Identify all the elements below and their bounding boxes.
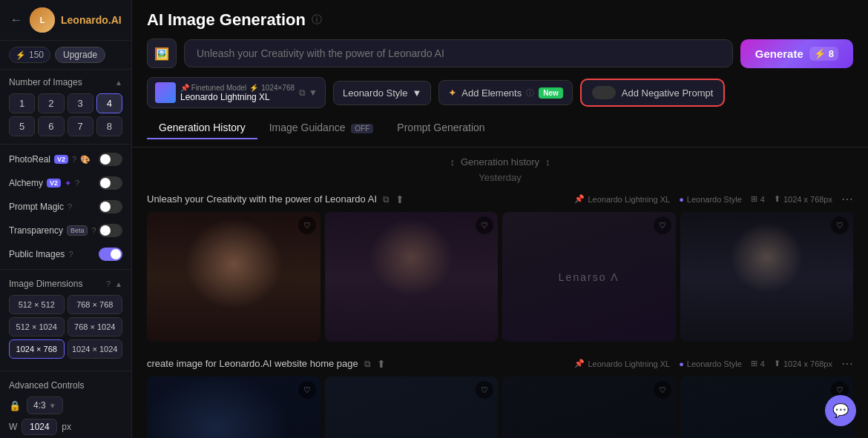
alchemy-info-icon[interactable]: ? (75, 179, 79, 188)
alchemy-toggle[interactable] (99, 176, 122, 190)
upgrade-button[interactable]: Upgrade (55, 47, 105, 63)
prompt-magic-info-icon[interactable]: ? (68, 202, 72, 211)
photoreal-row: PhotoReal V2 ? 🎨 (0, 147, 131, 171)
num-btn-3[interactable]: 3 (68, 93, 93, 113)
image-card-1-3[interactable]: ♡ (502, 212, 676, 342)
fav-btn-2-2[interactable]: ♡ (476, 381, 493, 399)
use-prompt-icon-2[interactable]: ⬆ (377, 358, 386, 370)
photoreal-label: PhotoReal V2 ? 🎨 (9, 154, 91, 165)
brand-name: Leonardo.AI (61, 14, 122, 26)
dim-768x1024[interactable]: 768 × 1024 (68, 317, 123, 336)
generate-button[interactable]: Generate ⚡ 8 (740, 39, 853, 68)
num-btn-5[interactable]: 5 (9, 116, 35, 136)
dim-768x768[interactable]: 768 × 768 (68, 295, 123, 314)
dim-title: Image Dimensions ? ▲ (9, 279, 122, 289)
image-placeholder-2-1 (147, 376, 320, 438)
chat-bubble-button[interactable]: 💬 (825, 395, 856, 426)
gen-count-1: ⊞ 4 (751, 194, 765, 204)
generation-history-label: Generation history (461, 156, 539, 167)
upgrade-row: ⚡ 150 Upgrade (0, 41, 131, 70)
photoreal-info-icon[interactable]: ? (72, 155, 76, 164)
fav-btn-2-1[interactable]: ♡ (298, 381, 316, 399)
dim-512x512[interactable]: 512 × 512 (9, 295, 65, 314)
image-card-2-3[interactable]: ♡ (502, 376, 676, 438)
image-placeholder-1-2 (325, 212, 499, 342)
model-icon-1: 📌 (574, 194, 585, 204)
prompt-magic-toggle[interactable] (99, 200, 122, 213)
image-placeholder-1-3 (502, 212, 676, 342)
public-images-info-icon[interactable]: ? (68, 250, 73, 259)
num-btn-2[interactable]: 2 (38, 93, 64, 113)
ratio-selector[interactable]: 4:3 ▼ (27, 396, 63, 414)
dim-512x1024[interactable]: 512 × 1024 (9, 317, 65, 336)
prompt-magic-row: Prompt Magic ? (0, 195, 131, 219)
token-count: 150 (29, 50, 44, 60)
advanced-title: Advanced Controls (9, 380, 122, 391)
page-help-icon[interactable]: ⓘ (312, 13, 322, 27)
prompt-row: 🖼️ Generate ⚡ 8 (147, 39, 853, 68)
image-placeholder-1-1 (147, 212, 320, 342)
model-actions: ⧉ ▼ (299, 87, 318, 98)
fav-btn-1-2[interactable]: ♡ (476, 216, 493, 234)
transparency-row: Transparency Beta ? (0, 219, 131, 242)
back-button[interactable]: ← (9, 13, 24, 27)
dim-info-icon[interactable]: ? (106, 279, 111, 288)
num-btn-8[interactable]: 8 (96, 116, 122, 136)
elements-info-icon[interactable]: ⓘ (526, 87, 534, 99)
image-placeholder-1-4 (680, 212, 854, 342)
alchemy-row: Alchemy V2 ✦ ? (0, 171, 131, 195)
model-chevron-icon[interactable]: ▼ (309, 87, 318, 98)
negative-prompt-toggle[interactable] (592, 86, 616, 99)
copy-prompt-icon-1[interactable]: ⧉ (383, 194, 389, 205)
transparency-toggle[interactable] (99, 224, 122, 237)
photoreal-toggle[interactable] (99, 153, 122, 166)
num-btn-4[interactable]: 4 (96, 93, 122, 113)
tab-generation-history[interactable]: Generation History (147, 117, 257, 139)
image-card-2-1[interactable]: ♡ (147, 376, 320, 438)
negative-prompt-button[interactable]: Add Negative Prompt (580, 79, 726, 107)
dim-collapse-icon[interactable]: ▲ (115, 280, 122, 288)
count-icon-1: ⊞ (751, 194, 757, 204)
gen-model-2: 📌 Leonardo Lightning XL (574, 359, 670, 368)
image-card-2-2[interactable]: ♡ (325, 376, 499, 438)
image-card-1-2[interactable]: ♡ (325, 212, 499, 342)
gen-res-1: ⬆ 1024 x 768px (774, 194, 832, 204)
dim-1024x768[interactable]: 1024 × 768 (9, 339, 65, 359)
prompt-input[interactable] (184, 39, 733, 67)
use-prompt-icon-1[interactable]: ⬆ (395, 193, 404, 205)
image-card-1-1[interactable]: ♡ (147, 212, 320, 342)
style-selector[interactable]: Leonardo Style ▼ (333, 81, 431, 105)
transparency-info-icon[interactable]: ? (91, 226, 96, 235)
num-btn-7[interactable]: 7 (68, 116, 93, 136)
gen-more-1[interactable]: ⋯ (841, 192, 853, 206)
tab-image-guidance[interactable]: Image Guidance OFF (257, 117, 386, 139)
copy-prompt-icon-2[interactable]: ⧉ (364, 359, 371, 369)
res-icon-2: ⬆ (774, 359, 780, 368)
alchemy-label: Alchemy V2 ✦ ? (9, 178, 79, 188)
fav-btn-1-3[interactable]: ♡ (654, 216, 671, 234)
prompt-icon-box[interactable]: 🖼️ (147, 39, 177, 68)
dim-1024x1024[interactable]: 1024 × 1024 (68, 339, 123, 359)
model-copy-icon[interactable]: ⧉ (299, 87, 306, 98)
public-images-toggle[interactable] (99, 248, 122, 261)
lightning-gen-icon: ⚡ (814, 48, 826, 59)
tab-prompt-generation[interactable]: Prompt Generation (385, 117, 496, 139)
gen-more-2[interactable]: ⋯ (841, 356, 853, 371)
num-btn-6[interactable]: 6 (38, 116, 64, 136)
width-input[interactable] (22, 419, 57, 435)
num-btn-1[interactable]: 1 (9, 93, 35, 113)
page-title-row: AI Image Generation ⓘ (147, 10, 853, 30)
prompt-image-icon: 🖼️ (154, 47, 169, 61)
model-selector[interactable]: 📌 Finetuned Model ⚡ 1024×768 Leonardo Li… (147, 77, 326, 108)
collapse-icon[interactable]: ▲ (115, 79, 122, 87)
fav-btn-1-4[interactable]: ♡ (831, 216, 849, 234)
fav-btn-1-1[interactable]: ♡ (298, 216, 316, 234)
advanced-section: Advanced Controls 🔒 4:3 ▼ W px (0, 374, 131, 438)
image-card-1-4[interactable]: ♡ (680, 212, 854, 342)
gen-info-bar-1: Unleash your Creativity with the power o… (147, 192, 853, 206)
num-images-grid: 1 2 3 4 (9, 93, 122, 113)
token-badge: ⚡ 150 (9, 47, 50, 63)
fav-btn-2-3[interactable]: ♡ (654, 381, 671, 399)
num-images-grid-2: 5 6 7 8 (9, 116, 122, 136)
elements-button[interactable]: ✦ Add Elements ⓘ New (438, 80, 573, 105)
